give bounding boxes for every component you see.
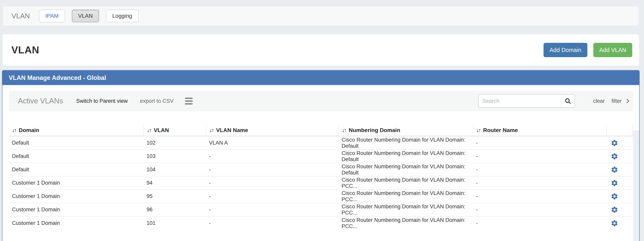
- column-header-label: VLAN Name: [216, 127, 248, 133]
- cell-numbering-domain: Cisco Router Numbering Domain for VLAN D…: [338, 204, 473, 216]
- tab-logging[interactable]: Logging: [106, 9, 138, 22]
- vlan-manage-panel: VLAN Manage Advanced - Global Active VLA…: [2, 70, 640, 241]
- column-header[interactable]: ↓↑ Router Name: [473, 125, 606, 136]
- export-csv-link[interactable]: export to CSV: [140, 98, 174, 104]
- cell-router-name: -: [473, 193, 606, 199]
- cell-vlan: 94: [143, 180, 206, 186]
- cell-domain: Default: [9, 140, 143, 146]
- cell-vlan: 96: [143, 207, 206, 213]
- chevron-right-icon: [625, 99, 629, 103]
- table-toolbar: Active VLANs Switch to Parent view expor…: [9, 91, 633, 111]
- nav-tabs: IPAM VLAN Logging: [39, 9, 138, 22]
- cell-numbering-domain: Cisco Router Numbering Domain for VLAN D…: [338, 217, 473, 230]
- table-body: Default 102 VLAN A Cisco Router Numberin…: [9, 136, 633, 230]
- cell-router-name: -: [473, 207, 606, 213]
- gear-icon[interactable]: [611, 166, 618, 174]
- cell-actions: [606, 179, 633, 187]
- filter-label: filter: [612, 98, 622, 104]
- cell-vlan-name: -: [206, 207, 338, 213]
- page-actions: Add Domain Add VLAN: [544, 43, 632, 57]
- sort-icon: ↓↑: [147, 127, 152, 133]
- cell-vlan-name: -: [206, 220, 338, 226]
- cell-domain: Customer 1 Domain: [9, 207, 143, 213]
- clear-link[interactable]: clear: [593, 98, 605, 104]
- cell-vlan: 103: [143, 153, 206, 159]
- page-title: VLAN: [11, 44, 39, 56]
- cell-vlan-name: -: [206, 153, 338, 159]
- cell-vlan: 102: [143, 140, 206, 146]
- cell-vlan: 104: [143, 167, 206, 173]
- search-group: [478, 94, 575, 108]
- cell-domain: Default: [9, 153, 143, 159]
- cell-actions: [606, 153, 633, 160]
- cell-domain: Customer 1 Domain: [9, 193, 143, 199]
- cell-vlan-name: -: [206, 180, 338, 186]
- cell-vlan-name: -: [206, 193, 338, 199]
- table-row: Customer 1 Domain 96 - Cisco Router Numb…: [9, 203, 633, 217]
- cell-vlan-name: -: [206, 167, 338, 173]
- sort-icon: ↓↑: [476, 127, 481, 133]
- add-domain-button[interactable]: Add Domain: [544, 43, 588, 57]
- tab-ipam[interactable]: IPAM: [39, 9, 65, 22]
- cell-actions: [606, 206, 633, 214]
- column-header-label: VLAN: [154, 127, 169, 133]
- cell-actions: [606, 220, 633, 227]
- gear-icon[interactable]: [611, 153, 618, 160]
- search-button[interactable]: [561, 94, 575, 108]
- tab-vlan[interactable]: VLAN: [72, 9, 99, 22]
- add-vlan-button[interactable]: Add VLAN: [593, 43, 632, 57]
- filter-link[interactable]: filter: [612, 98, 628, 104]
- menu-icon[interactable]: [185, 98, 192, 105]
- cell-vlan-name: VLAN A: [206, 140, 338, 146]
- cell-actions: [606, 139, 633, 147]
- column-header[interactable]: ↓↑ Domain: [9, 125, 143, 136]
- panel-title: VLAN Manage Advanced - Global: [9, 74, 106, 81]
- column-header-actions: [606, 125, 633, 136]
- column-header[interactable]: ↓↑ VLAN: [143, 125, 206, 136]
- sort-icon: ↓↑: [209, 127, 214, 133]
- cell-actions: [606, 166, 633, 174]
- gear-icon[interactable]: [611, 193, 618, 200]
- top-nav-bar: VLAN IPAM VLAN Logging: [2, 6, 639, 26]
- panel-body: Active VLANs Switch to Parent view expor…: [2, 91, 639, 241]
- list-title: Active VLANs: [18, 97, 63, 105]
- cell-numbering-domain: Cisco Router Numbering Domain for VLAN D…: [338, 137, 473, 149]
- cell-router-name: -: [473, 153, 606, 159]
- table-row: Customer 1 Domain 95 - Cisco Router Numb…: [9, 190, 633, 203]
- table-row: Default 104 - Cisco Router Numbering Dom…: [9, 163, 633, 177]
- cell-vlan: 95: [143, 193, 206, 199]
- vlan-table: ↓↑ Domain ↓↑ VLAN ↓↑ VLAN Name ↓↑: [9, 125, 633, 230]
- table-row: Customer 1 Domain 101 - Cisco Router Num…: [9, 217, 633, 230]
- cell-domain: Default: [9, 167, 143, 173]
- cell-numbering-domain: Cisco Router Numbering Domain for VLAN D…: [338, 177, 473, 189]
- table-scroll-gutter: [633, 130, 639, 241]
- cell-router-name: -: [473, 167, 606, 173]
- switch-parent-view-link[interactable]: Switch to Parent view: [76, 98, 128, 104]
- gear-icon[interactable]: [611, 179, 618, 187]
- table-row: Default 102 VLAN A Cisco Router Numberin…: [9, 136, 633, 150]
- column-header[interactable]: ↓↑ Numbering Domain: [338, 125, 473, 136]
- sort-icon: ↓↑: [342, 127, 347, 133]
- cell-numbering-domain: Cisco Router Numbering Domain for VLAN D…: [338, 150, 473, 163]
- search-input[interactable]: [478, 94, 561, 108]
- gear-icon[interactable]: [611, 206, 618, 214]
- column-header[interactable]: ↓↑ VLAN Name: [206, 125, 338, 136]
- page-title-card: VLAN Add Domain Add VLAN: [2, 34, 639, 66]
- cell-router-name: -: [473, 220, 606, 226]
- cell-vlan: 101: [143, 220, 206, 226]
- table-row: Default 103 - Cisco Router Numbering Dom…: [9, 150, 633, 163]
- sort-icon: ↓↑: [12, 127, 17, 133]
- gear-icon[interactable]: [611, 220, 618, 227]
- search-icon: [564, 98, 571, 104]
- table-header-row: ↓↑ Domain ↓↑ VLAN ↓↑ VLAN Name ↓↑: [9, 125, 633, 136]
- cell-numbering-domain: Cisco Router Numbering Domain for VLAN D…: [338, 190, 473, 203]
- column-header-label: Domain: [19, 127, 39, 133]
- column-header-label: Router Name: [483, 127, 518, 133]
- panel-header: VLAN Manage Advanced - Global: [2, 70, 639, 85]
- table-row: Customer 1 Domain 94 - Cisco Router Numb…: [9, 177, 633, 190]
- cell-router-name: -: [473, 180, 606, 186]
- cell-numbering-domain: Cisco Router Numbering Domain for VLAN D…: [338, 164, 473, 176]
- cell-domain: Customer 1 Domain: [9, 220, 143, 226]
- cell-router-name: -: [473, 140, 606, 146]
- gear-icon[interactable]: [611, 139, 618, 147]
